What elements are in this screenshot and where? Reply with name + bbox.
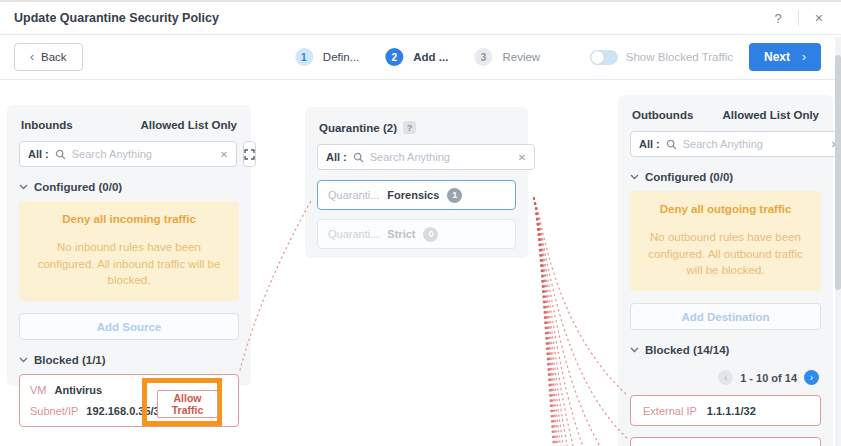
blocked-source-subnet-label: Subnet/IP [30,405,78,417]
dialog-header: Update Quarantine Security Policy ? × [0,2,841,35]
blocked-destination-card[interactable]: External IP 13.107.42.16/32 [630,437,821,446]
inbounds-search-clear-icon[interactable]: ✕ [220,149,228,160]
step-1-label: Defin... [323,51,359,63]
wizard-toolbar: ‹ Back 1 Defin... 2 Add ... 3 Review Sho… [0,35,835,80]
show-blocked-traffic-toggle-group: Show Blocked Traffic [590,50,733,65]
inbounds-configured-section-header[interactable]: Configured (0/0) [17,177,241,201]
chevron-down-icon [19,357,28,363]
pagination-range-label: 1 - 10 of 14 [740,372,797,384]
search-icon [353,152,364,163]
step-1-indicator: 1 [295,48,313,66]
inbounds-search-input[interactable] [72,148,214,160]
close-icon[interactable]: × [811,10,827,26]
chevron-left-icon: ‹ [30,50,34,64]
add-source-button[interactable]: Add Source [19,313,239,340]
quarantine-card-count-badge: 1 [447,188,462,203]
inbounds-warning-body: No inbound rules have been configured. A… [29,239,229,289]
chevron-down-icon [630,174,639,180]
scrollbar-thumb[interactable] [835,55,841,290]
step-2-indicator: 2 [385,48,403,66]
outbounds-blocked-label: Blocked (14/14) [645,344,729,356]
search-icon [55,149,66,160]
outbounds-mode-label: Allowed List Only [723,109,819,121]
quarantine-card-strict[interactable]: Quaranti... Strict 0 [317,219,516,249]
step-review[interactable]: 3 Review [474,48,540,66]
allow-traffic-button[interactable]: Allow Traffic [157,390,218,418]
show-blocked-traffic-toggle[interactable] [590,50,618,65]
outbounds-configured-label: Configured (0/0) [645,171,733,183]
outbounds-panel: Outbounds Allowed List Only All : ✕ Conf… [618,95,833,446]
inbounds-title: Inbounds [21,119,73,131]
quarantine-panel: Quarantine (2) ? All : ✕ Quaranti... For… [305,107,528,258]
quarantine-card-prefix: Quaranti... [328,228,379,240]
outbounds-deny-warning: Deny all outgoing traffic No outbound ru… [630,191,821,291]
add-destination-button[interactable]: Add Destination [630,303,821,330]
next-button[interactable]: Next › [749,43,821,71]
outbounds-pagination: ‹ 1 - 10 of 14 › [628,364,823,395]
update-quarantine-policy-dialog: Update Quarantine Security Policy ? × ‹ … [0,0,841,446]
pagination-prev-icon[interactable]: ‹ [718,370,733,385]
quarantine-card-forensics[interactable]: Quaranti... Forensics 1 [317,180,516,210]
vertical-scrollbar[interactable] [835,37,841,446]
inbounds-blocked-section-header[interactable]: Blocked (1/1) [17,350,241,374]
step-3-indicator: 3 [474,48,492,66]
quarantine-search-clear-icon[interactable]: ✕ [518,152,526,163]
quarantine-search-box: All : ✕ [317,144,535,170]
blocked-destination-value: 1.1.1.1/32 [707,405,756,417]
outbounds-configured-section-header[interactable]: Configured (0/0) [628,167,823,191]
outbounds-search-box: All : ✕ [630,131,841,157]
inbounds-mode-label: Allowed List Only [141,119,237,131]
wizard-steps: 1 Defin... 2 Add ... 3 Review [295,48,540,66]
step-3-label: Review [502,51,540,63]
annotation-highlight-box: Allow Traffic [142,378,222,426]
quarantine-card-name: Forensics [387,189,439,201]
back-button[interactable]: ‹ Back [14,43,83,71]
search-icon [666,139,677,150]
dialog-title: Update Quarantine Security Policy [14,11,219,25]
next-button-label: Next [764,50,790,64]
step-define[interactable]: 1 Defin... [295,48,359,66]
step-2-label: Add ... [413,51,448,63]
quarantine-search-input[interactable] [370,151,512,163]
blocked-source-name: Antivirus [55,384,103,396]
step-add[interactable]: 2 Add ... [385,48,448,66]
outbounds-search-input[interactable] [683,138,825,150]
outbounds-warning-body: No outbound rules have been configured. … [640,229,811,279]
inbounds-expand-icon[interactable] [243,141,256,167]
pagination-next-icon[interactable]: › [804,370,819,385]
inbounds-warning-title: Deny all incoming traffic [29,213,229,225]
help-icon[interactable]: ? [771,11,786,26]
show-blocked-traffic-label: Show Blocked Traffic [626,51,733,63]
inbounds-blocked-label: Blocked (1/1) [34,354,106,366]
outbounds-blocked-section-header[interactable]: Blocked (14/14) [628,340,823,364]
quarantine-card-name: Strict [387,228,415,240]
outbounds-filter-dropdown[interactable]: All : [639,138,660,150]
outbounds-warning-title: Deny all outgoing traffic [640,203,811,215]
back-button-label: Back [41,51,67,63]
quarantine-filter-dropdown[interactable]: All : [326,151,347,163]
header-divider [798,10,799,26]
quarantine-card-count-badge: 0 [423,227,438,242]
inbounds-search-box: All : ✕ [19,141,237,167]
chevron-down-icon [630,347,639,353]
inbounds-panel: Inbounds Allowed List Only All : ✕ Confi… [7,105,251,386]
blocked-destination-card[interactable]: External IP 1.1.1.1/32 [630,395,821,426]
quarantine-card-prefix: Quaranti... [328,189,379,201]
blocked-source-type: VM [30,384,47,396]
chevron-right-icon: › [802,50,806,64]
outbounds-title: Outbounds [632,109,693,121]
inbounds-deny-warning: Deny all incoming traffic No inbound rul… [19,201,239,301]
inbounds-filter-dropdown[interactable]: All : [28,148,49,160]
inbounds-configured-label: Configured (0/0) [34,181,122,193]
blocked-destination-type: External IP [643,405,697,417]
quarantine-help-icon[interactable]: ? [403,121,416,134]
quarantine-title: Quarantine (2) [319,122,397,134]
chevron-down-icon [19,184,28,190]
